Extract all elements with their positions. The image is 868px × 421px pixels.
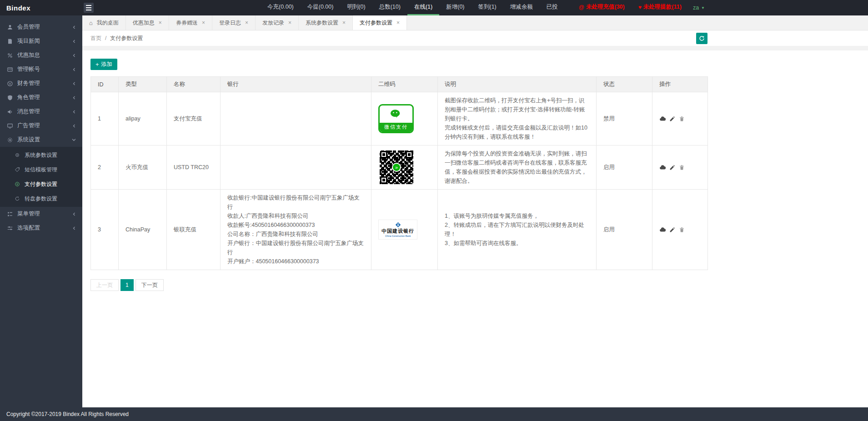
close-icon[interactable]: ×	[202, 20, 205, 26]
table-row: 3 ChinaPay 银联充值 收款银行:中国建设银行股份有限公司南宁五象广场支…	[91, 190, 708, 270]
nav-item-new-users[interactable]: 新增(0)	[439, 0, 471, 15]
sidebar-item-finance[interactable]: 财务管理	[0, 76, 82, 90]
user-menu[interactable]: za ▼	[688, 0, 709, 15]
sidebar-item-menu-management[interactable]: 菜单管理	[0, 207, 82, 221]
nav-item-online[interactable]: 在线(1)	[407, 0, 439, 15]
pending-withdraw-icon: ♥	[638, 4, 642, 10]
tab-grant-records[interactable]: 发放记录 ×	[256, 15, 299, 30]
cell-bank	[221, 92, 371, 145]
backup-button[interactable]	[659, 226, 666, 233]
sidebar-item-system-params[interactable]: 系统参数设置	[0, 148, 82, 162]
cell-actions	[652, 92, 708, 145]
refresh-button[interactable]	[696, 33, 707, 44]
delete-button[interactable]	[679, 165, 685, 170]
sidebar-item-label: 消息管理	[17, 108, 40, 115]
ccb-name-en: China Construction Bank	[385, 235, 411, 237]
wallet-icon	[14, 181, 20, 188]
add-button[interactable]: + 添加	[90, 59, 117, 70]
tab-system-params[interactable]: 系统参数设置 ×	[299, 15, 353, 30]
nav-item-total-count[interactable]: 总数(10)	[372, 0, 407, 15]
cloud-icon	[659, 226, 666, 233]
tab-coupon-grant[interactable]: 券券赠送 ×	[169, 15, 212, 30]
chevron-left-icon	[72, 110, 76, 114]
tab-desktop[interactable]: ⌂ 我的桌面	[82, 15, 126, 30]
sidebar-item-label: 菜单管理	[17, 210, 40, 218]
tag-icon	[14, 166, 20, 173]
delete-button[interactable]	[679, 116, 685, 122]
sliders-icon	[6, 225, 13, 231]
close-icon[interactable]: ×	[288, 20, 291, 26]
content-panel: + 添加 ID 类型 名称 银行 二维码	[82, 50, 868, 407]
main-area: ⌂ 我的桌面 优惠加息 × 券券赠送 × 登录日志 × 发放记录 ×	[82, 15, 868, 407]
trash-icon	[679, 116, 685, 122]
percent-icon	[6, 52, 13, 59]
nav-item-today-recharge[interactable]: 今充(0.00)	[261, 0, 301, 15]
add-button-label: 添加	[101, 60, 112, 68]
close-icon[interactable]: ×	[396, 20, 400, 26]
screen-icon	[6, 122, 13, 129]
next-page-button[interactable]: 下一页	[135, 279, 164, 291]
sidebar-item-news[interactable]: 项目新闻	[0, 34, 82, 48]
page-number-button[interactable]: 1	[120, 279, 134, 291]
backup-button[interactable]	[659, 164, 666, 170]
sidebar-item-wheel-params[interactable]: 转盘参数设置	[0, 191, 82, 206]
ccb-emblem-icon	[395, 222, 401, 228]
delete-button[interactable]	[679, 227, 685, 233]
sidebar-item-payment-params[interactable]: 支付参数设置	[0, 177, 82, 191]
breadcrumb-home[interactable]: 首页	[90, 35, 101, 42]
cell-type: alipay	[119, 92, 167, 145]
plus-icon: +	[95, 61, 99, 68]
tab-payment-params[interactable]: 支付参数设置 ×	[353, 15, 407, 30]
nav-item-adjust-balance[interactable]: 增减余额	[503, 0, 540, 15]
sidebar-item-members[interactable]: 会员管理	[0, 20, 82, 34]
qr-finder-pattern	[380, 176, 387, 184]
sidebar-item-label: 系统设置	[17, 136, 40, 144]
edit-button[interactable]	[669, 227, 675, 233]
payment-settings-table: ID 类型 名称 银行 二维码 说明 状态 操作 1	[90, 76, 708, 270]
cell-qrcode: 微信支付	[371, 92, 438, 145]
wechat-bubble-icon	[389, 109, 403, 120]
edit-button[interactable]	[669, 165, 675, 170]
cell-description: 截图保存收款二维码，打开支付宝右上角+号扫一扫，识别相册中二维码付款；或打开支付…	[438, 92, 597, 145]
shield-icon	[6, 94, 13, 101]
nav-item-pending-recharge[interactable]: @ 未处理充值(30)	[572, 0, 632, 15]
sidebar-item-options-config[interactable]: 选项配置	[0, 221, 82, 235]
system-settings-submenu: 系统参数设置 短信模板管理 支付参数设置 转盘参数设置	[0, 147, 82, 207]
close-icon[interactable]: ×	[245, 20, 248, 26]
nav-item-signin[interactable]: 签到(1)	[472, 0, 503, 15]
nav-item-today-withdraw[interactable]: 今提(0.00)	[301, 0, 341, 15]
hamburger-menu-button[interactable]	[84, 3, 94, 13]
chevron-left-icon	[72, 96, 76, 100]
backup-button[interactable]	[659, 115, 666, 122]
nav-item-invested[interactable]: 已投	[540, 0, 565, 15]
app-logo[interactable]: Bindex	[0, 0, 82, 15]
nav-item-pending-withdraw[interactable]: ♥ 未处理提款(11)	[632, 0, 688, 15]
prev-page-button[interactable]: 上一页	[90, 279, 119, 291]
sidebar-item-label: 优惠加息	[17, 51, 40, 59]
chevron-left-icon	[72, 212, 76, 216]
tab-promo-interest[interactable]: 优惠加息 ×	[126, 15, 169, 30]
sidebar-item-promo-interest[interactable]: 优惠加息	[0, 48, 82, 62]
edit-button[interactable]	[669, 116, 675, 122]
tab-label: 我的桌面	[97, 19, 119, 27]
sidebar-item-ads[interactable]: 广告管理	[0, 119, 82, 133]
nav-item-label: 未处理提款(11)	[643, 3, 682, 11]
tab-login-log[interactable]: 登录日志 ×	[212, 15, 256, 30]
sidebar-item-roles[interactable]: 角色管理	[0, 90, 82, 105]
id-card-icon	[6, 66, 13, 73]
close-icon[interactable]: ×	[159, 20, 162, 26]
sidebar-item-sms-template[interactable]: 短信模板管理	[0, 162, 82, 177]
sidebar-item-label: 管理帐号	[17, 65, 40, 73]
sidebar-item-label: 财务管理	[17, 80, 40, 87]
sidebar-item-admin-accounts[interactable]: 管理帐号	[0, 62, 82, 76]
pencil-icon	[669, 165, 675, 170]
gear-small-icon	[14, 152, 20, 159]
pending-recharge-icon: @	[579, 4, 584, 10]
sidebar-item-system-settings[interactable]: 系统设置	[0, 133, 82, 147]
content-divider	[82, 46, 868, 50]
nav-item-due-tomorrow[interactable]: 明到(0)	[340, 0, 372, 15]
cell-id: 2	[91, 145, 119, 190]
sidebar-item-messages[interactable]: 消息管理	[0, 105, 82, 119]
close-icon[interactable]: ×	[342, 20, 346, 26]
ccb-bank-logo: 中国建设银行 China Construction Bank	[378, 220, 417, 240]
